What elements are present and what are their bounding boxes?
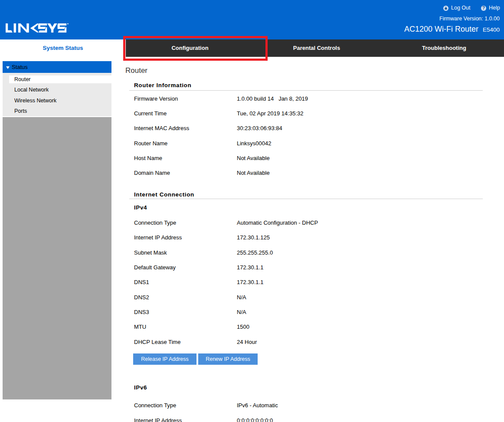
svg-text:?: ? [482,6,485,10]
